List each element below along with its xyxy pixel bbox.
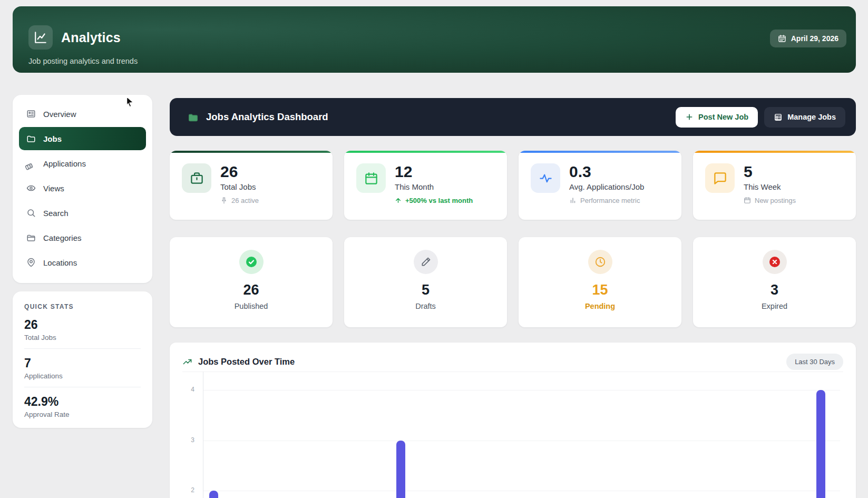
- activity-icon: [531, 163, 560, 193]
- card-accent-bar: [344, 151, 507, 153]
- chart-gridline: [203, 390, 840, 390]
- sidebar-item-label: Categories: [43, 233, 82, 242]
- newspaper-icon: [26, 109, 36, 119]
- sidebar-item-label: Locations: [43, 258, 77, 267]
- analytics-logo: [28, 25, 53, 50]
- chart-bar-day-29: [816, 390, 825, 498]
- eye-icon: [26, 183, 36, 193]
- date-badge-label: April 29, 2026: [791, 34, 838, 43]
- sidebar-item-overview[interactable]: Overview: [19, 102, 146, 125]
- briefcase-icon: [182, 163, 211, 193]
- chart-range-pill[interactable]: Last 30 Days: [786, 354, 843, 370]
- chart-plot: 432: [182, 372, 843, 498]
- x-circle-icon: [763, 250, 787, 274]
- card-accent-bar: [693, 151, 856, 153]
- sidebar-nav: Overview Jobs Applications Views Search …: [13, 95, 152, 283]
- status-value: 15: [592, 282, 608, 298]
- stat-value: 26: [220, 163, 259, 180]
- calendar-icon: [744, 197, 751, 204]
- sidebar-item-label: Search: [43, 209, 69, 218]
- calendar-icon: [778, 34, 786, 43]
- status-value: 5: [422, 282, 430, 298]
- list-icon: [774, 113, 783, 122]
- stat-label: This Week: [744, 182, 796, 191]
- post-new-job-button[interactable]: Post New Job: [676, 107, 758, 128]
- quick-stat-value: 7: [24, 356, 141, 370]
- stat-card-total-jobs[interactable]: 26 Total Jobs 26 active: [170, 151, 333, 220]
- stat-label: Total Jobs: [220, 182, 259, 191]
- date-badge[interactable]: April 29, 2026: [770, 30, 846, 47]
- stat-card-this-month[interactable]: 12 This Month +500% vs last month: [344, 151, 507, 220]
- sidebar-item-label: Views: [43, 184, 64, 193]
- status-label: Drafts: [415, 302, 436, 310]
- pushpin-icon: [220, 197, 228, 204]
- chart-y-tick-label: 2: [182, 486, 198, 494]
- quick-stat-value: 42.9%: [24, 395, 141, 409]
- stat-footer-text: New postings: [755, 197, 796, 204]
- stat-card-this-week[interactable]: 5 This Week New postings: [693, 151, 856, 220]
- message-icon: [705, 163, 735, 193]
- ticket-icon: [26, 159, 36, 168]
- search-icon: [26, 208, 36, 218]
- sidebar-item-categories[interactable]: Categories: [19, 226, 146, 249]
- pencil-icon: [414, 250, 438, 274]
- chart-plot-area: [203, 372, 840, 498]
- status-card-drafts[interactable]: 5 Drafts: [344, 237, 507, 327]
- trending-up-icon: [182, 357, 192, 367]
- status-card-published[interactable]: 26 Published: [170, 237, 333, 327]
- chart-y-axis-labels: 432: [182, 372, 198, 498]
- status-label: Expired: [762, 302, 787, 310]
- sidebar-item-label: Applications: [43, 159, 86, 168]
- plus-icon: [685, 113, 694, 121]
- folder-icon: [26, 233, 36, 242]
- manage-jobs-label: Manage Jobs: [787, 113, 836, 121]
- stat-footer-text: 26 active: [231, 197, 259, 204]
- folder-icon: [188, 112, 199, 123]
- stat-value: 12: [395, 163, 473, 180]
- analytics-banner: Analytics Job posting analytics and tren…: [13, 6, 856, 73]
- chart-bar-day-1: [209, 491, 218, 498]
- jobs-over-time-chart-card: Jobs Posted Over Time Last 30 Days 432: [170, 343, 856, 498]
- divider: [24, 348, 141, 349]
- bar-chart-icon: [569, 197, 577, 204]
- quick-stat-label: Applications: [24, 372, 141, 380]
- sidebar-item-search[interactable]: Search: [19, 201, 146, 224]
- sidebar-item-views[interactable]: Views: [19, 177, 146, 200]
- stat-footer-text: Performance metric: [580, 197, 640, 204]
- stat-label: Avg. Applications/Job: [569, 182, 644, 191]
- quick-stat-label: Total Jobs: [24, 334, 141, 341]
- status-value: 26: [243, 282, 259, 298]
- page-subtitle: Job posting analytics and trends: [28, 57, 138, 65]
- map-pin-icon: [26, 258, 36, 267]
- quick-stats-heading: QUICK STATS: [24, 303, 141, 310]
- stat-value: 5: [744, 163, 796, 180]
- chart-title: Jobs Posted Over Time: [198, 357, 295, 367]
- sidebar-item-locations[interactable]: Locations: [19, 251, 146, 274]
- sidebar-item-label: Jobs: [43, 134, 62, 143]
- card-accent-bar: [519, 151, 681, 153]
- stat-card-avg-applications[interactable]: 0.3 Avg. Applications/Job Performance me…: [519, 151, 681, 220]
- status-card-pending[interactable]: 15 Pending: [519, 237, 681, 327]
- arrow-up-icon: [395, 197, 402, 204]
- chart-y-tick-label: 4: [182, 386, 198, 393]
- stat-label: This Month: [395, 182, 473, 191]
- sidebar-item-jobs[interactable]: Jobs: [19, 127, 146, 150]
- stat-footer-text: +500% vs last month: [405, 197, 473, 204]
- folder-icon: [26, 134, 36, 143]
- quick-stats-panel: QUICK STATS 26 Total Jobs 7 Applications…: [13, 291, 152, 428]
- divider: [24, 387, 141, 387]
- calendar-icon: [356, 163, 386, 193]
- chart-gridline: [203, 491, 840, 491]
- chart-line-icon: [34, 31, 47, 44]
- manage-jobs-button[interactable]: Manage Jobs: [764, 107, 845, 128]
- clock-icon: [588, 250, 612, 274]
- quick-stat-label: Approval Rate: [24, 411, 141, 418]
- status-card-expired[interactable]: 3 Expired: [693, 237, 856, 327]
- quick-stat-value: 26: [24, 318, 141, 332]
- dashboard-header-bar: Jobs Analytics Dashboard Post New Job Ma…: [170, 98, 856, 136]
- card-accent-bar: [170, 151, 333, 153]
- post-new-job-label: Post New Job: [698, 113, 748, 121]
- sidebar-item-applications[interactable]: Applications: [19, 152, 146, 175]
- status-label: Published: [235, 302, 268, 310]
- sidebar-item-label: Overview: [43, 110, 76, 119]
